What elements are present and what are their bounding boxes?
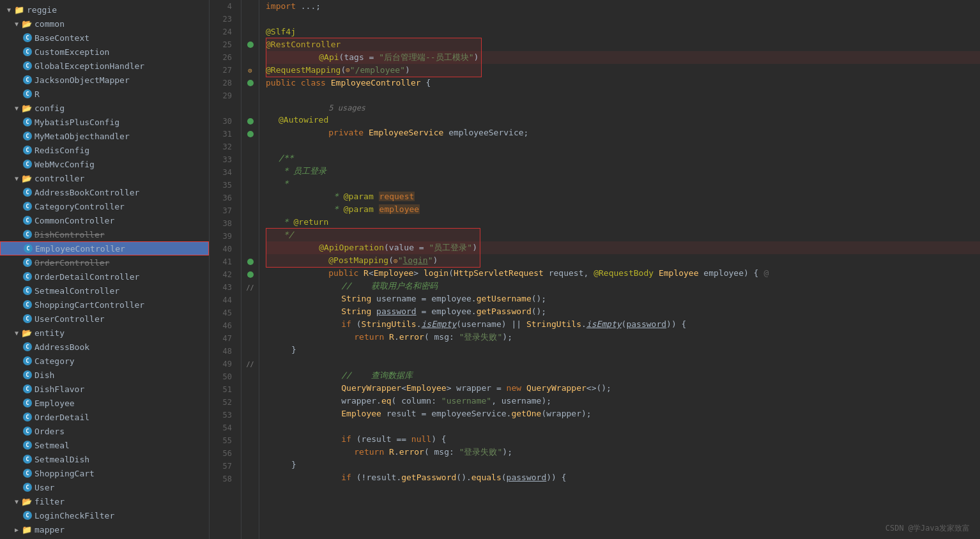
item-label-ShoppingCart: ShoppingCart — [34, 469, 95, 478]
tree-mapper[interactable]: ▶ 📁 mapper — [0, 522, 209, 536]
code-content: import ...; @Slf4j @RestController @Api(… — [259, 0, 980, 539]
item-label-CommonController: CommonController — [34, 216, 114, 225]
root-folder-icon: 📁 — [14, 4, 24, 15]
class-icon-Category: C — [23, 356, 32, 365]
common-arrow: ▼ — [13, 20, 20, 27]
controller-arrow: ▼ — [13, 174, 20, 182]
tree-RedisConfig[interactable]: C RedisConfig — [0, 143, 209, 157]
class-icon-Orders: C — [23, 427, 32, 436]
common-folder-icon: 📂 — [22, 19, 32, 29]
class-icon-OrderController: C — [23, 258, 32, 267]
tree-SetmealDish[interactable]: C SetmealDish — [0, 452, 209, 466]
config-label: config — [34, 103, 65, 113]
tree-controller[interactable]: ▼ 📂 controller — [0, 171, 209, 185]
tree-R[interactable]: C R — [0, 87, 209, 101]
mapper-label: mapper — [34, 525, 65, 535]
item-label-UserController: UserController — [34, 314, 105, 324]
tree-root[interactable]: ▼ 📁 reggie — [0, 3, 209, 17]
filter-folder-icon: 📂 — [22, 497, 32, 506]
root-arrow: ▼ — [5, 6, 13, 13]
tree-CommonController[interactable]: C CommonController — [0, 213, 209, 227]
tree-AddressBook[interactable]: C AddressBook — [0, 340, 209, 354]
tree-DishFlavor[interactable]: C DishFlavor — [0, 382, 209, 396]
mapper-folder-icon: 📁 — [22, 525, 32, 535]
class-icon-AddressBookController: C — [23, 188, 32, 197]
tree-Dish[interactable]: C Dish — [0, 368, 209, 382]
tree-EmployeeController[interactable]: C EmployeeController — [0, 241, 209, 255]
code-editor[interactable]: 4 23 24 25 26 27 28 29 30 31 32 33 34 35… — [210, 0, 980, 539]
tree-OrderController[interactable]: C OrderController — [0, 255, 209, 270]
entity-label: entity — [34, 328, 65, 338]
controller-folder-icon: 📂 — [22, 174, 32, 183]
class-icon-CustomException: C — [23, 47, 32, 56]
code-line-58: if (!result.getPassword().equals(passwor… — [266, 471, 980, 484]
tree-Orders[interactable]: C Orders — [0, 424, 209, 438]
class-icon-Employee: C — [23, 399, 32, 407]
code-line-4: import ...; — [266, 0, 980, 13]
class-icon-MyMetaObjecthandler: C — [23, 132, 32, 140]
mapping-indicator: ⊙ — [248, 66, 252, 75]
root-label: reggie — [27, 5, 57, 15]
tree-filter[interactable]: ▼ 📂 filter — [0, 494, 209, 508]
param-employee-highlight: employee — [379, 204, 420, 214]
entity-arrow: ▼ — [13, 329, 20, 337]
item-label-Setmeal: Setmeal — [34, 441, 70, 450]
tree-JacksonObjectMapper[interactable]: C JacksonObjectMapper — [0, 73, 209, 87]
item-label-User: User — [34, 483, 54, 492]
class-icon-LoginCheckFilter: C — [23, 511, 32, 520]
method-indicator — [247, 271, 254, 278]
tree-SetmealController[interactable]: C SetmealController — [0, 284, 209, 298]
tree-OrderDetail[interactable]: C OrderDetail — [0, 410, 209, 424]
class-icon-CategoryController: C — [23, 202, 32, 211]
item-label-ShoppingCartController: ShoppingCartController — [34, 300, 144, 310]
tree-common[interactable]: ▼ 📂 common — [0, 17, 209, 31]
common-label: common — [34, 19, 65, 29]
comment-indicator: // — [246, 284, 254, 291]
tree-DishController[interactable]: C DishController — [0, 227, 209, 241]
tree-WebMvcConfig[interactable]: C WebMvcConfig — [0, 157, 209, 171]
comment-indicator2: // — [246, 361, 254, 368]
tree-Employee[interactable]: C Employee — [0, 396, 209, 410]
gutter-impl-icon: @ — [763, 267, 769, 280]
gutter-column: ⊙ — [241, 0, 259, 539]
usages-text: 5 usages — [328, 103, 365, 112]
tree-CustomException[interactable]: C CustomException — [0, 45, 209, 59]
code-line-24: @Slf4j — [266, 26, 980, 38]
tree-LoginCheckFilter[interactable]: C LoginCheckFilter — [0, 508, 209, 522]
gutter-row — [241, 0, 259, 13]
entity-folder-icon: 📂 — [22, 328, 32, 338]
tree-UserController[interactable]: C UserController — [0, 312, 209, 326]
watermark: CSDN @学Java发家致富 — [885, 523, 970, 534]
tree-GlobalExceptionHandler[interactable]: C GlobalExceptionHandler — [0, 59, 209, 73]
tree-CategoryController[interactable]: C CategoryController — [0, 199, 209, 213]
item-label-DishController: DishController — [34, 230, 105, 239]
tree-BaseContext[interactable]: C BaseContext — [0, 31, 209, 45]
item-label-SetmealController: SetmealController — [34, 286, 119, 296]
tree-OrderDetailController[interactable]: C OrderDetailController — [0, 270, 209, 284]
item-label-R: R — [34, 89, 40, 99]
code-line-33: /** — [266, 152, 980, 165]
class-icon-WebMvcConfig: C — [23, 160, 32, 169]
code-line-34: * 员工登录 — [266, 165, 980, 178]
tree-Setmeal[interactable]: C Setmeal — [0, 438, 209, 452]
code-line-23 — [266, 13, 980, 26]
tree-service[interactable]: ▶ 📁 service — [0, 536, 209, 539]
file-tree[interactable]: ▼ 📁 reggie ▼ 📂 common C BaseContext C Cu… — [0, 0, 210, 539]
class-icon-DishFlavor: C — [23, 384, 32, 393]
tree-config[interactable]: ▼ 📂 config — [0, 101, 209, 115]
tree-entity[interactable]: ▼ 📂 entity — [0, 326, 209, 340]
tree-Category[interactable]: C Category — [0, 354, 209, 368]
run-indicator — [247, 42, 254, 48]
class-icon-User: C — [23, 483, 32, 492]
tree-ShoppingCartController[interactable]: C ShoppingCartController — [0, 298, 209, 312]
line-numbers: 4 23 24 25 26 27 28 29 30 31 32 33 34 35… — [210, 0, 241, 539]
code-line-48: } — [266, 344, 980, 356]
item-label-AddressBookController: AddressBookController — [34, 188, 139, 197]
tree-User[interactable]: C User — [0, 480, 209, 494]
tree-MybatisPlusConfig[interactable]: C MybatisPlusConfig — [0, 115, 209, 129]
class-icon-BaseContext: C — [23, 33, 32, 42]
tree-ShoppingCart[interactable]: C ShoppingCart — [0, 466, 209, 480]
tree-MyMetaObjecthandler[interactable]: C MyMetaObjecthandler — [0, 129, 209, 143]
tree-AddressBookController[interactable]: C AddressBookController — [0, 185, 209, 199]
code-line-53: Employee result = employeeService.getOne… — [266, 407, 980, 420]
